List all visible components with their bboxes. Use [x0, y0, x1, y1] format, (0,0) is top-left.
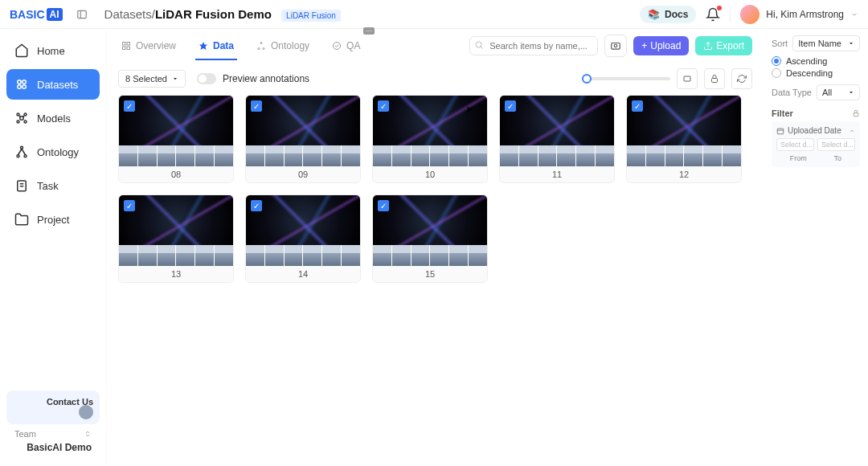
search-input-wrapper [469, 36, 598, 55]
card-label: 15 [373, 266, 487, 282]
svg-line-17 [22, 149, 26, 155]
date-to-input[interactable]: Select d... [817, 138, 855, 151]
data-grid: ✓ 08 ✓ 09 ✓ 10 ✓ 11 ✓ 12 [107, 95, 764, 466]
radio-checked-icon [772, 56, 781, 66]
card-checkbox[interactable]: ✓ [505, 100, 516, 112]
camera-search-button[interactable] [604, 35, 627, 57]
sort-descending-radio[interactable]: Descending [772, 68, 860, 78]
card-camera-thumbs [500, 145, 614, 166]
sidebar-item-task[interactable]: Task [6, 170, 100, 201]
sidebar-item-project[interactable]: Project [6, 204, 100, 235]
sidebar-item-datasets[interactable]: Datasets [6, 69, 100, 100]
tab-qa[interactable]: QA ⋯ [329, 32, 363, 59]
data-card[interactable]: ✓ 13 [118, 194, 234, 283]
card-lidar-view: ✓ [627, 96, 741, 145]
svg-point-29 [334, 43, 341, 50]
logo[interactable]: BASICAI [10, 8, 63, 21]
svg-rect-24 [127, 47, 130, 50]
sidebar-collapse-button[interactable] [74, 6, 90, 22]
data-card[interactable]: ✓ 15 [372, 194, 488, 283]
logo-text-2: AI [47, 8, 63, 21]
lock-icon[interactable] [852, 109, 860, 117]
svg-point-9 [17, 121, 19, 123]
svg-line-16 [18, 149, 23, 155]
selected-dropdown[interactable]: 8 Selected [118, 70, 186, 88]
svg-point-27 [258, 48, 260, 50]
sidebar-item-home[interactable]: Home [6, 35, 100, 66]
card-lidar-view: ✓ [373, 195, 487, 245]
tab-overview[interactable]: Overview [118, 32, 179, 59]
notifications-button[interactable] [706, 7, 720, 22]
card-checkbox[interactable]: ✓ [378, 100, 389, 112]
sort-field-select[interactable]: Item Name [792, 35, 860, 51]
chevron-down-icon [848, 40, 854, 47]
data-card[interactable]: ✓ 10 [372, 95, 488, 183]
datatype-label: Data Type [772, 88, 812, 97]
sort-ascending-radio[interactable]: Ascending [772, 56, 860, 66]
svg-point-15 [24, 155, 27, 157]
data-card[interactable]: ✓ 14 [245, 194, 361, 283]
card-camera-thumbs [246, 145, 360, 166]
sidebar-item-models[interactable]: Models [6, 103, 100, 133]
data-card[interactable]: ✓ 12 [626, 95, 742, 183]
lock-button[interactable] [704, 68, 725, 89]
data-icon [199, 41, 208, 51]
svg-rect-36 [684, 76, 690, 81]
contact-us-card[interactable]: Contact Us [6, 390, 100, 424]
refresh-button[interactable] [731, 68, 752, 89]
user-menu[interactable]: Hi, Kim Armstrong [740, 5, 858, 24]
chevron-up-icon[interactable] [849, 128, 855, 134]
project-icon [14, 212, 29, 227]
svg-marker-25 [199, 42, 207, 50]
svg-rect-21 [123, 43, 126, 46]
tab-data[interactable]: Data [195, 32, 237, 59]
card-checkbox[interactable]: ✓ [251, 200, 262, 211]
team-selector[interactable]: Team [6, 424, 100, 440]
data-card[interactable]: ✓ 11 [499, 95, 615, 183]
zoom-slider[interactable] [582, 77, 670, 80]
zoom-slider-knob[interactable] [582, 74, 592, 84]
data-card[interactable]: ✓ 08 [118, 95, 234, 183]
card-lidar-view: ✓ [246, 96, 360, 145]
card-checkbox[interactable]: ✓ [378, 200, 389, 211]
card-label: 11 [500, 166, 614, 182]
preview-annotations-label: Preview annotations [223, 73, 309, 84]
card-checkbox[interactable]: ✓ [124, 200, 135, 211]
tab-ontology[interactable]: Ontology [253, 32, 313, 59]
card-checkbox[interactable]: ✓ [124, 100, 135, 112]
card-lidar-view: ✓ [246, 195, 360, 245]
search-icon [474, 40, 484, 50]
qa-icon [332, 41, 342, 51]
dataset-type-tag: LiDAR Fusion [281, 10, 341, 22]
overview-icon [121, 41, 131, 51]
date-to-label: To [834, 154, 842, 162]
svg-rect-40 [854, 113, 858, 117]
search-input[interactable] [469, 36, 598, 55]
logo-text-1: BASIC [10, 8, 45, 21]
breadcrumb-parent[interactable]: Datasets [104, 7, 152, 21]
card-lidar-view: ✓ [373, 96, 487, 145]
card-camera-thumbs [119, 145, 233, 166]
upload-button[interactable]: + Upload [633, 36, 689, 55]
card-checkbox[interactable]: ✓ [251, 100, 262, 112]
notification-dot [717, 6, 722, 10]
export-button[interactable]: Export [695, 36, 752, 55]
svg-line-12 [23, 116, 25, 117]
breadcrumb-current: LiDAR Fusion Demo [155, 7, 272, 21]
datatype-select[interactable]: All [817, 84, 860, 100]
sidebar-item-ontology[interactable]: Ontology [6, 137, 100, 167]
docs-button[interactable]: 📚 Docs [640, 6, 696, 23]
chat-bubble-icon [79, 405, 93, 419]
right-panel: Sort Item Name Ascending Descending Data… [764, 29, 868, 466]
ontology-icon [14, 145, 29, 159]
card-label: 12 [627, 166, 741, 182]
card-camera-thumbs [246, 245, 360, 266]
data-card[interactable]: ✓ 09 [245, 95, 361, 183]
preview-annotations-toggle[interactable] [197, 73, 216, 84]
card-checkbox[interactable]: ✓ [632, 100, 643, 112]
thumbnail-size-button[interactable] [677, 68, 698, 89]
svg-marker-35 [174, 78, 177, 80]
svg-rect-37 [712, 79, 718, 83]
date-from-input[interactable]: Select d... [776, 138, 814, 151]
datasets-icon [14, 77, 29, 92]
